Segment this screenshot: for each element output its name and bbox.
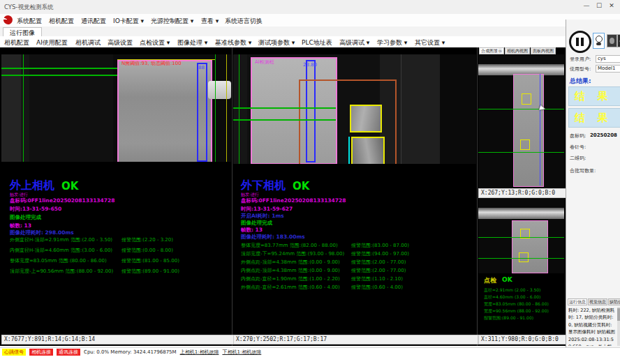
alarm-text: 报警范围:(0.00 - 8.00) [121, 247, 173, 254]
baseline [478, 152, 564, 153]
tool-plc-table[interactable]: PLC地址表 [302, 38, 332, 47]
mid-camera-image[interactable]: AI检测框 23.80 [233, 54, 476, 164]
measurement-row: 顶部宽度-下=95.24mm 范围:(93.00 - 98.00) 报警范围:(… [241, 250, 344, 257]
info-scrollbar-thumb[interactable] [617, 308, 620, 321]
tool-advanced-debug[interactable]: 高级调试 ▾ [339, 38, 369, 47]
left-camera-title: 外上相机 [10, 179, 54, 193]
info-scrollbar[interactable] [617, 307, 620, 346]
minimize-icon[interactable]: — [581, 2, 592, 9]
left-frame-count: 帧数: 13 [10, 222, 31, 229]
spotcheck-row: 直径=4.60mm (3.00 - 6.00) [484, 294, 540, 301]
menu-comm-config[interactable]: 通讯配置 [81, 17, 106, 26]
tool-spotcheck-set[interactable]: 点检设置 ▾ [140, 38, 170, 47]
exit-button[interactable] [617, 34, 620, 47]
barcode-label: 盘标码: [570, 132, 586, 139]
tool-ai-config[interactable]: AI使用配置 [36, 38, 68, 47]
tab-camera-inner-view[interactable]: 相机内视图 [505, 47, 530, 54]
title-bar: CYS-视觉检测系统 — ☐ ✕ [0, 0, 620, 15]
tab-composite-image[interactable]: 合成图显示 [479, 47, 504, 54]
measure-text: 外侧点距-顶部=4.38mm 范围:(0.00 - 9.00) [241, 259, 340, 265]
alarm-text: 报警范围:(81.00 - 85.00) [121, 257, 179, 264]
toolbar: 相机配置 AI使用配置 相机调试 高级设置 点检设置 ▾ 图像处理 ▾ 基准线参… [0, 36, 620, 48]
left-camera-image[interactable]: N面阈值:93, 动态阈值:100 88 [1, 54, 231, 162]
cpu-memory-readout: Cpu: 0.0% Memory: 3424.41796875M [84, 349, 177, 355]
bottom-camera-fault-link[interactable]: 下相机1:相机故障 [222, 349, 261, 356]
left-roi-line-v [226, 54, 227, 162]
defect-marker [519, 252, 529, 262]
spotcheck-row: 报警范围:(89.00 - 91.00) [484, 315, 533, 321]
composite-image[interactable] [478, 54, 564, 188]
left-process-time: 图像处理耗时: 298.00ms [10, 229, 74, 236]
measurement-row: 顶部宽度-上=90.56mm 范围:(88.00 - 92.00) 报警范围:(… [10, 268, 113, 275]
vision-button[interactable] [607, 34, 617, 47]
menu-system-config[interactable]: 系统配置 [17, 17, 42, 26]
camera-user-button[interactable] [593, 33, 605, 49]
camera-user-icon [596, 43, 601, 45]
spotcheck-coord-readout: X:311;Y:980;R:0;G:0;B:0 [478, 335, 566, 344]
menu-light-config[interactable]: 光源控制配置 ▾ [151, 17, 193, 26]
window-title: CYS-视觉检测系统 [4, 3, 53, 12]
defect-marker [522, 93, 531, 105]
panel-divider [232, 47, 232, 346]
model-label: 使用型号: [570, 66, 591, 73]
spotcheck-row: 宽度=90.56mm (88.00 - 92.00) [484, 308, 549, 314]
comm-link-badge: 通讯连接 [57, 349, 80, 356]
machine-structure [401, 54, 440, 164]
bright-band [478, 208, 564, 219]
tab-run-info[interactable]: 运行信息 [568, 298, 587, 305]
top-camera-fault-link[interactable]: 上相机1:相机故障 [180, 349, 219, 356]
maximize-icon[interactable]: ☐ [593, 2, 605, 9]
measure-text: 内侧点距-顶部=4.38mm 范围:(0.00 - 9.00) [241, 268, 340, 273]
menu-io-config[interactable]: IO卡配置 ▾ [113, 17, 144, 26]
measurement-row: 内侧点距-直径=1.90mm 范围:(1.00 - 2.20) 报警范围:(1.… [241, 275, 340, 282]
tool-learn-param[interactable]: 学习参数 ▾ [377, 38, 407, 47]
heartbeat-badge: 心跳信号 [2, 349, 26, 356]
tool-image-process[interactable]: 图像处理 ▾ [177, 38, 207, 47]
tool-camera-debug[interactable]: 相机调试 [75, 38, 101, 47]
alarm-text: 报警范围:(83.00 - 87.00) [351, 242, 409, 249]
pause-button[interactable] [569, 31, 591, 53]
small-part-roi [512, 220, 548, 273]
measure-text: 内侧点距-直径=1.90mm 范围:(1.00 - 2.20) [241, 276, 340, 282]
menu-bar: 系统配置 相机配置 通讯配置 IO卡配置 ▾ 光源控制配置 ▾ 查看 ▾ 系统语… [0, 14, 620, 27]
control-panel: 登录用户: cys 使用型号: Model1 总结果: 结 果 结 果 盘标码:… [566, 20, 620, 347]
spotcheck-row: 宽度=83.05mm (80.00 - 86.00) [484, 301, 549, 308]
panel-divider [477, 47, 478, 346]
defect-marker [520, 139, 530, 150]
tab-panel-inner-view[interactable]: 面板内视图 [531, 47, 556, 54]
tool-test-param[interactable]: 测试项参数 ▾ [258, 38, 295, 47]
mid-coord-readout: X:270;Y:2502;R:17;G:17;B:17 [233, 335, 478, 344]
composite-view-tabs: 合成图显示 相机内视图 面板内视图 [479, 47, 556, 54]
mid-measure-value: 23.80 [303, 62, 317, 68]
close-icon[interactable]: ✕ [606, 2, 617, 9]
login-user-value[interactable]: cys [596, 55, 620, 63]
tab-vision-info[interactable]: 视觉信息 [588, 298, 607, 305]
defect-edge-line [348, 137, 350, 164]
tool-other-set[interactable]: 其它设置 ▾ [415, 38, 445, 47]
tool-baseline-param[interactable]: 基准线参数 ▾ [215, 38, 251, 47]
menu-language-switch[interactable]: 系统语言切换 [225, 17, 263, 26]
vision-icon [610, 38, 614, 44]
mid-result-ok: OK [293, 180, 309, 192]
measure-text: 顶部宽度-上=90.56mm 范围:(88.00 - 92.00) [10, 268, 113, 274]
spotcheck-image[interactable] [478, 198, 564, 273]
composite-coord-readout: X:267;Y:13;R:0;G:0;B:0 [478, 188, 566, 198]
mid-baseline [233, 107, 336, 109]
menu-camera-config[interactable]: 相机配置 [49, 17, 74, 26]
alarm-text: 报警范围:(0.60 - 4.00) [351, 284, 403, 291]
measurement-row: 整体宽度=83.77mm 范围:(82.00 - 88.00) 报警范围:(83… [241, 242, 338, 249]
info-tab-bar: 运行信息 视觉信息 缺陷信息 [568, 298, 620, 305]
left-baseline-v [23, 54, 24, 162]
tool-advanced-set[interactable]: 高级设置 [108, 38, 133, 47]
left-time: 时间:13-31-59-650 [10, 206, 61, 213]
left-process-done: 图像处理完成 [10, 214, 41, 221]
mid-ai-label: AI检测框 [255, 59, 274, 66]
tab-defect-info[interactable]: 缺陷信息 [608, 298, 620, 305]
left-threshold-overlay: N面阈值:93, 动态阈值:100 [121, 60, 182, 67]
menu-view[interactable]: 查看 ▾ [201, 17, 219, 26]
alarm-text: 报警范围:(89.00 - 91.00) [121, 268, 179, 275]
reel-label: 卷针号: [570, 144, 586, 151]
tool-camera-config[interactable]: 相机配置 [4, 38, 29, 47]
model-value[interactable]: Model1 [596, 65, 620, 73]
measurement-row: 整体宽度=83.05mm 范围:(80.00 - 86.00) 报警范围:(81… [10, 257, 107, 264]
